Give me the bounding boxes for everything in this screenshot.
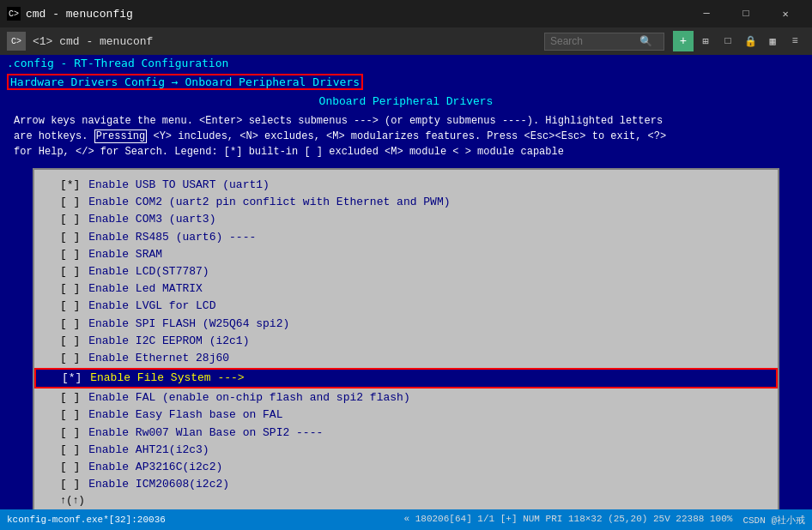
menu-item[interactable]: [*] Enable File System ---> xyxy=(34,368,778,388)
minimize-button[interactable]: — xyxy=(687,0,726,27)
window-icon[interactable]: □ xyxy=(718,31,738,51)
menu-item-prefix: [*] xyxy=(62,370,82,386)
menu-item-prefix: [ ] xyxy=(60,390,80,406)
menu-item[interactable]: [ ] Enable FAL (enable on-chip flash and… xyxy=(34,389,778,407)
window-controls: — □ ✕ xyxy=(687,0,805,27)
menu-item-prefix: [ ] xyxy=(60,425,80,441)
menu-item-prefix: [ ] xyxy=(60,334,80,349)
add-icon[interactable]: + xyxy=(673,31,694,51)
help-line1: Arrow keys navigate the menu. <Enter> se… xyxy=(14,115,666,158)
help-text: Arrow keys navigate the menu. <Enter> se… xyxy=(7,110,805,163)
menu-item-prefix: [ ] xyxy=(60,443,80,458)
menu-item-prefix: [ ] xyxy=(60,212,80,227)
menu-item-text: Enable Led MATRIX xyxy=(88,281,203,297)
menu-item-prefix: [ ] xyxy=(60,316,80,332)
status-bar: kconfig-mconf.exe*[32]:20036 « 180206[64… xyxy=(0,509,812,530)
menu-item-text: Enable AP3216C(i2c2) xyxy=(88,460,222,475)
menu-item-text: Enable FAL (enable on-chip flash and spi… xyxy=(88,390,409,406)
layout-icon[interactable]: ⊞ xyxy=(695,31,716,51)
onboard-title: Onboard Peripheral Drivers xyxy=(7,92,805,110)
menu-item[interactable]: [ ] Enable AP3216C(i2c2) xyxy=(34,459,778,476)
menu-item-prefix: [ ] xyxy=(60,298,80,314)
menu-items-container: [*] Enable USB TO USART (uart1)[ ] Enabl… xyxy=(33,168,779,517)
counter: ↑(↑) xyxy=(34,493,778,509)
menu-item-prefix: [ ] xyxy=(60,247,80,262)
search-input[interactable] xyxy=(550,35,636,47)
menu-item[interactable]: [*] Enable USB TO USART (uart1) xyxy=(34,177,778,194)
search-box[interactable]: 🔍 xyxy=(544,33,664,51)
menu-item-prefix: [ ] xyxy=(60,407,80,423)
menu-item-prefix: [*] xyxy=(60,178,80,193)
grid-icon[interactable]: ▦ xyxy=(762,31,783,51)
menu-item[interactable]: [ ] Enable COM2 (uart2 pin conflict with… xyxy=(34,194,778,211)
menu-item-prefix: [ ] xyxy=(60,230,80,245)
menu-item-text: Enable Easy Flash base on FAL xyxy=(88,407,282,423)
status-left: kconfig-mconf.exe*[32]:20036 xyxy=(7,515,166,525)
title-text: cmd - menuconfig xyxy=(26,8,687,21)
cmd-icon: C> xyxy=(7,32,26,51)
menu-item[interactable]: [ ] Enable LVGL for LCD xyxy=(34,298,778,315)
main-area: Onboard Peripheral Drivers Arrow keys na… xyxy=(0,92,812,530)
menu-item[interactable]: [ ] Enable I2C EEPROM (i2c1) xyxy=(34,333,778,350)
menu-item[interactable]: [ ] Enable Easy Flash base on FAL xyxy=(34,407,778,424)
menu-item[interactable]: [ ] Enable SRAM xyxy=(34,246,778,263)
breadcrumb-bar: Hardware Drivers Config → Onboard Periph… xyxy=(0,71,812,92)
search-icon: 🔍 xyxy=(639,35,652,48)
menu-item-text: Enable Rw007 Wlan Base on SPI2 ---- xyxy=(88,425,323,441)
config-text: .config - RT-Thread Configuration xyxy=(7,57,228,69)
menu-item-prefix: [ ] xyxy=(60,264,80,280)
status-coord: « 180206[64] 1/1 [+] NUM PRI 118×32 (25,… xyxy=(404,514,733,527)
menu-item-text: Enable I2C EEPROM (i2c1) xyxy=(88,334,249,349)
menu-item-text: Enable Ethernet 28j60 xyxy=(88,351,229,366)
status-user: CSDN @社小戒 xyxy=(742,514,805,527)
menu-item[interactable]: [ ] Enable SPI FLASH (W25Q64 spi2) xyxy=(34,316,778,333)
menu-item[interactable]: [ ] Enable RS485 (uart6) ---- xyxy=(34,229,778,246)
menu-item[interactable]: [ ] Enable ICM20608(i2c2) xyxy=(34,476,778,493)
menu-bar-title: <1> cmd - menuconf xyxy=(33,35,541,48)
menu-item[interactable]: [ ] Enable Rw007 Wlan Base on SPI2 ---- xyxy=(34,425,778,442)
config-line: .config - RT-Thread Configuration xyxy=(0,55,812,71)
status-right: « 180206[64] 1/1 [+] NUM PRI 118×32 (25,… xyxy=(404,514,805,527)
app-icon: C> xyxy=(7,7,21,21)
menu-item-text: Enable File System ---> xyxy=(90,370,244,386)
menu-item-text: Enable COM3 (uart3) xyxy=(88,212,215,227)
menu-item[interactable]: [ ] Enable AHT21(i2c3) xyxy=(34,442,778,459)
menu-item[interactable]: [ ] Enable Ethernet 28j60 xyxy=(34,350,778,367)
menu-item[interactable]: [ ] Enable Led MATRIX xyxy=(34,280,778,298)
close-button[interactable]: ✕ xyxy=(766,0,805,27)
menu-item-prefix: [ ] xyxy=(60,460,80,475)
menu-item-text: Enable COM2 (uart2 pin conflict with Eth… xyxy=(88,195,450,210)
title-bar: C> cmd - menuconfig — □ ✕ xyxy=(0,0,812,27)
menu-item-prefix: [ ] xyxy=(60,477,80,492)
menu-item[interactable]: [ ] Enable COM3 (uart3) xyxy=(34,211,778,228)
menu-item[interactable]: [ ] Enable LCD(ST7787) xyxy=(34,263,778,280)
menu-item-text: Enable SRAM xyxy=(88,247,162,262)
status-process: kconfig-mconf.exe*[32]:20036 xyxy=(7,515,166,525)
menu-bar: C> <1> cmd - menuconf 🔍 + ⊞ □ 🔒 ▦ ≡ xyxy=(0,27,812,55)
menu-item-text: Enable SPI FLASH (W25Q64 spi2) xyxy=(88,316,289,332)
menu-item-text: Enable LCD(ST7787) xyxy=(88,264,209,280)
menu-item-text: Enable USB TO USART (uart1) xyxy=(88,178,270,193)
maximize-button[interactable]: □ xyxy=(726,0,766,27)
menu-item-text: Enable ICM20608(i2c2) xyxy=(88,477,229,492)
lock-icon: 🔒 xyxy=(740,31,760,51)
menu-item-text: Enable LVGL for LCD xyxy=(88,298,215,314)
menu-item-text: Enable AHT21(i2c3) xyxy=(88,443,209,458)
breadcrumb-path: Hardware Drivers Config → Onboard Periph… xyxy=(7,74,363,90)
menu-item-prefix: [ ] xyxy=(60,281,80,297)
list-icon[interactable]: ≡ xyxy=(785,31,805,51)
toolbar-icons: + ⊞ □ 🔒 ▦ ≡ xyxy=(673,31,805,51)
menu-item-prefix: [ ] xyxy=(60,351,80,366)
menu-item-text: Enable RS485 (uart6) ---- xyxy=(88,230,256,245)
menu-item-prefix: [ ] xyxy=(60,195,80,210)
